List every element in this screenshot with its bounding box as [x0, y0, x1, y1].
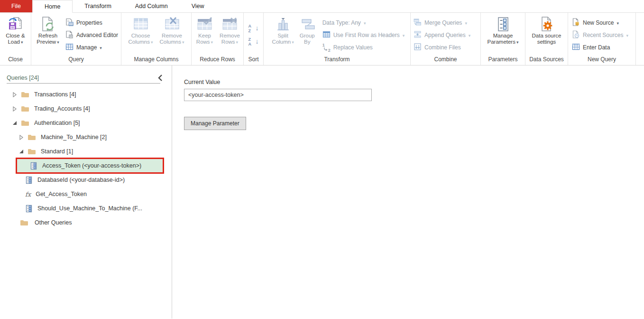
data-source-settings-icon [539, 16, 555, 33]
tree-item-transactions[interactable]: Transactions [4] [0, 87, 172, 102]
refresh-preview-button[interactable]: Refresh Preview [34, 15, 62, 46]
chevron-down-icon [211, 39, 213, 45]
enter-data-button[interactable]: Enter Data [572, 41, 628, 54]
ribbon-group-manage-columns: Choose Columns Remove Columns Manage Col… [121, 13, 192, 65]
file-tab[interactable]: File [0, 0, 32, 12]
manage-parameters-icon [495, 16, 511, 33]
tree-item-standard[interactable]: Standard [1] [0, 144, 172, 159]
ribbon-group-reduce-rows: Keep Rows Remove Rows Reduce Rows [192, 13, 244, 65]
chevron-down-icon [100, 44, 102, 51]
refresh-preview-icon [40, 16, 56, 33]
ribbon-group-combine: Merge Queries Append Queries [411, 13, 481, 65]
expand-collapsed-icon[interactable] [18, 134, 25, 141]
current-value-input[interactable] [184, 89, 372, 101]
close-and-load-button[interactable]: Close & Load [2, 15, 29, 46]
new-source-button[interactable]: New Source [572, 17, 628, 29]
replace-values-button[interactable]: 1 2 Replace Values [322, 41, 405, 54]
folder-icon [21, 120, 29, 126]
remove-rows-button[interactable]: Remove Rows [218, 15, 242, 46]
folder-icon [20, 219, 28, 226]
properties-button[interactable]: Properties [65, 17, 118, 29]
chevron-down-icon [626, 32, 628, 38]
tree-item-databaseid[interactable]: DatabaseId (<your-database-id>) [0, 173, 172, 187]
keep-rows-button[interactable]: Keep Rows [193, 15, 217, 46]
remove-columns-button[interactable]: Remove Columns [158, 15, 186, 46]
chevron-down-icon [292, 39, 294, 45]
sort-ascending-button[interactable]: AZ ↓ [246, 22, 262, 36]
tree-item-should-use-machine-to-machine[interactable]: Should_Use_Machine_To_Machine (F... [0, 201, 172, 216]
ribbon-group-sort: AZ ↓ ZA ↓ Sort [244, 13, 264, 65]
ribbon-tab-bar: File Home Transform Add Column View [0, 0, 644, 13]
data-type-dropdown[interactable]: Data Type: Any [322, 17, 405, 29]
append-queries-button[interactable]: Append Queries [414, 29, 470, 41]
tree-item-access-token[interactable]: Access_Token (<your-access-token>) [0, 159, 172, 173]
manage-parameter-button[interactable]: Manage Parameter [184, 117, 246, 130]
close-and-load-icon [8, 16, 24, 33]
chevron-down-icon [151, 39, 153, 45]
group-label-combine: Combine [411, 56, 480, 65]
expand-collapsed-icon[interactable] [11, 105, 18, 112]
current-value-label: Current Value [184, 79, 644, 85]
folder-icon [21, 91, 29, 98]
manage-button[interactable]: Manage [65, 41, 118, 54]
folder-icon [21, 105, 29, 112]
ribbon-group-data-sources: Data source settings Data Sources [525, 13, 568, 65]
append-queries-icon [414, 30, 422, 40]
tab-transform[interactable]: Transform [73, 0, 123, 12]
folder-icon [28, 134, 36, 141]
keep-rows-icon [197, 16, 213, 33]
choose-columns-icon [133, 16, 149, 33]
ribbon-group-new-query: New Source Recent Sources [568, 13, 636, 65]
expand-expanded-icon[interactable] [11, 120, 18, 126]
split-column-button[interactable]: Split Column [269, 15, 297, 46]
combine-files-button[interactable]: Combine Files [414, 41, 470, 54]
data-source-settings-button[interactable]: Data source settings [528, 15, 565, 45]
parameter-icon [25, 205, 33, 213]
ribbon-group-parameters: Manage Parameters Parameters [481, 13, 525, 65]
tree-item-other-queries[interactable]: Other Queries [0, 216, 172, 230]
folder-icon [28, 148, 36, 155]
query-tree: Transactions [4] Trading_Accounts [4] [0, 87, 172, 230]
choose-columns-button[interactable]: Choose Columns [127, 15, 155, 46]
group-by-button[interactable]: Group By [297, 15, 318, 45]
chevron-down-icon [57, 39, 59, 45]
chevron-down-icon [21, 39, 23, 45]
group-by-icon [299, 16, 315, 33]
expand-expanded-icon[interactable] [18, 148, 25, 155]
advanced-editor-button[interactable]: Advanced Editor [65, 29, 118, 41]
parameter-view: Current Value Manage Parameter [172, 66, 644, 319]
group-label-query: Query [31, 56, 121, 65]
group-label-sort: Sort [244, 56, 263, 65]
queries-pane-title: Queries [24] [7, 75, 39, 84]
sort-az-icon: AZ ↓ [248, 24, 259, 34]
ribbon-group-transform: Split Column Group By Data Type: Any [264, 13, 411, 65]
tab-add-column[interactable]: Add Column [123, 0, 180, 12]
tree-item-get-access-token[interactable]: fx Get_Access_Token [0, 187, 172, 201]
collapse-pane-chevron-icon[interactable] [156, 74, 164, 82]
queries-header-divider [7, 83, 160, 84]
chevron-down-icon [403, 32, 405, 38]
group-label-manage-columns: Manage Columns [121, 56, 191, 65]
recent-sources-button[interactable]: Recent Sources [572, 29, 628, 41]
split-column-icon [275, 16, 291, 33]
sort-descending-button[interactable]: ZA ↓ [246, 36, 262, 49]
ribbon: Close & Load Close Refresh [0, 13, 644, 66]
tree-item-authentication[interactable]: Authentication [5] [0, 116, 172, 130]
manage-table-icon [65, 43, 74, 52]
merge-queries-icon [414, 18, 422, 28]
merge-queries-button[interactable]: Merge Queries [414, 17, 470, 29]
expand-collapsed-icon[interactable] [11, 91, 18, 98]
new-source-icon [572, 18, 580, 28]
group-label-reduce-rows: Reduce Rows [192, 56, 243, 65]
tab-view[interactable]: View [180, 0, 216, 12]
tree-item-machine-to-machine[interactable]: Machine_To_Machine [2] [0, 130, 172, 144]
tab-home[interactable]: Home [32, 0, 73, 13]
remove-rows-icon [222, 16, 238, 33]
remove-columns-icon [164, 16, 180, 33]
group-label-data-sources: Data Sources [525, 56, 568, 65]
use-first-row-as-headers-button[interactable]: Use First Row as Headers [322, 29, 405, 41]
tree-item-trading-accounts[interactable]: Trading_Accounts [4] [0, 102, 172, 116]
manage-parameters-button[interactable]: Manage Parameters [484, 15, 522, 46]
chevron-down-icon [182, 39, 184, 45]
chevron-down-icon [516, 39, 519, 45]
